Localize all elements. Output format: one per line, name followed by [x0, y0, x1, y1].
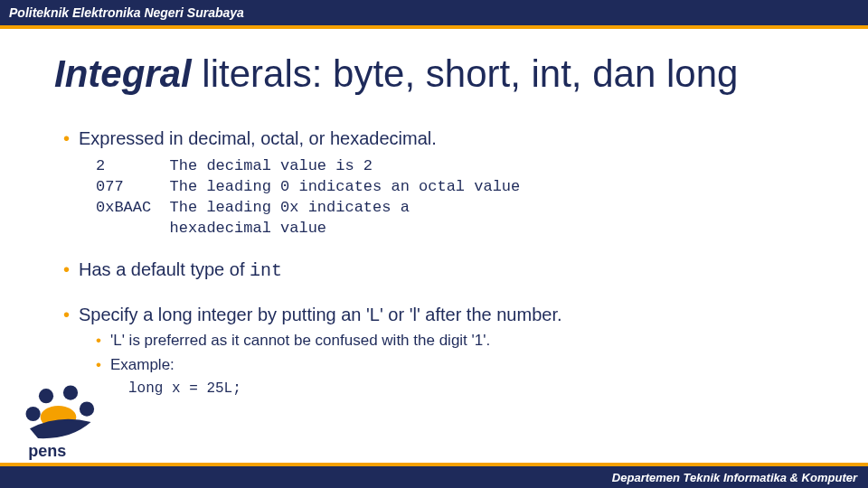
- logo-text: pens: [28, 442, 66, 460]
- spacer: [63, 286, 814, 303]
- bullet-3a-text: 'L' is preferred as it cannot be confuse…: [110, 331, 490, 352]
- code-block-2: long x = 25L;: [128, 380, 814, 399]
- header-bar: Politeknik Elektronika Negeri Surabaya: [0, 0, 868, 25]
- bullet-icon: •: [63, 127, 70, 151]
- title-rest: literals: byte, short, int, dan long: [192, 52, 739, 95]
- svg-point-1: [63, 386, 78, 400]
- bullet-icon: •: [96, 331, 101, 352]
- bullet-1-text: Expressed in decimal, octal, or hexadeci…: [79, 127, 437, 151]
- bullet-2-code: int: [250, 260, 282, 281]
- svg-point-3: [26, 407, 41, 421]
- bullet-2: • Has a default type of int: [63, 258, 814, 283]
- slide-title: Integral literals: byte, short, int, dan…: [54, 52, 832, 96]
- bullet-3b-text: Example:: [110, 355, 175, 376]
- bullet-3: • Specify a long integer by putting an '…: [63, 303, 814, 327]
- bullet-3-text: Specify a long integer by putting an 'L'…: [79, 303, 561, 327]
- slide-body: • Expressed in decimal, octal, or hexade…: [63, 127, 814, 399]
- header-accent: [0, 25, 868, 29]
- svg-point-2: [80, 402, 94, 417]
- bullet-2-text: Has a default type of int: [79, 258, 282, 283]
- bullet-icon: •: [63, 258, 70, 283]
- title-emphasis: Integral: [54, 52, 192, 95]
- bullet-icon: •: [63, 303, 70, 327]
- department-name: Departemen Teknik Informatika & Komputer: [612, 471, 857, 484]
- slide: Politeknik Elektronika Negeri Surabaya I…: [0, 0, 868, 488]
- footer-bar: Departemen Teknik Informatika & Komputer: [0, 466, 868, 488]
- pens-logo: pens: [13, 381, 112, 463]
- code-block-1: 2 The decimal value is 2 077 The leading…: [96, 156, 814, 239]
- bullet-1: • Expressed in decimal, octal, or hexade…: [63, 127, 814, 151]
- institution-name: Politeknik Elektronika Negeri Surabaya: [9, 5, 244, 20]
- logo-icon: pens: [13, 381, 112, 463]
- bullet-3a: • 'L' is preferred as it cannot be confu…: [96, 331, 814, 352]
- bullet-2-pre: Has a default type of: [79, 259, 250, 279]
- bullet-icon: •: [96, 355, 101, 376]
- bullet-3b: • Example:: [96, 355, 814, 376]
- svg-point-0: [39, 389, 53, 403]
